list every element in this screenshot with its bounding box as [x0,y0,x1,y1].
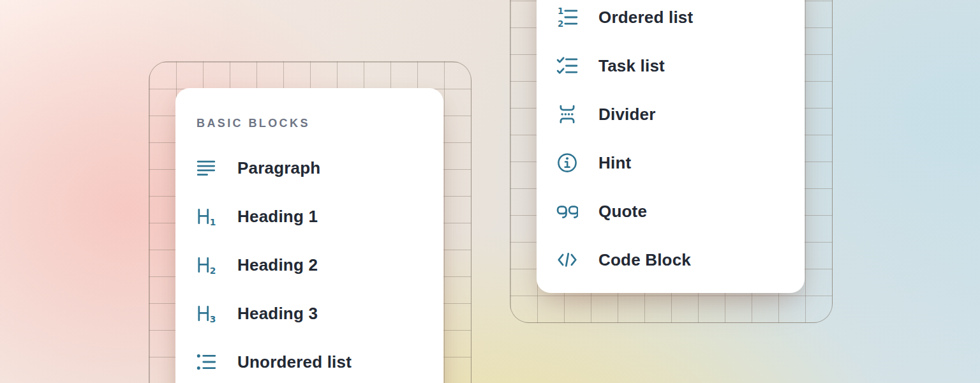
basic-blocks-list: Paragraph 1Heading 1 2Heading 2 3Heading… [175,144,443,383]
basic-blocks-header: BASIC BLOCKS [197,116,310,131]
menu-item-ordered-list[interactable]: 1 2 Ordered list [537,0,805,41]
advanced-blocks-list: 1 2 Ordered list Task list Divider Hint … [537,0,805,284]
svg-text:2: 2 [210,266,216,276]
menu-item-label: Divider [598,105,656,124]
menu-item-label: Ordered list [598,8,693,27]
menu-item-label: Paragraph [237,158,320,178]
menu-item-quote[interactable]: Quote [537,187,805,236]
menu-item-label: Heading 3 [237,304,318,324]
menu-item-label: Heading 2 [237,255,318,275]
svg-text:3: 3 [210,314,216,324]
menu-item-heading-2[interactable]: 2Heading 2 [175,241,443,289]
svg-text:1: 1 [558,6,563,16]
menu-item-hint[interactable]: Hint [537,139,805,187]
menu-item-task-list[interactable]: Task list [537,41,805,90]
menu-item-label: Quote [598,202,647,222]
heading-2-icon: 2 [195,254,217,276]
basic-blocks-card: BASIC BLOCKS Paragraph 1Heading 1 2Headi… [175,88,443,383]
heading-1-icon: 1 [195,206,217,227]
menu-item-label: Heading 1 [237,207,318,227]
page-background: BASIC BLOCKS Paragraph 1Heading 1 2Headi… [0,0,980,383]
heading-3-icon: 3 [195,303,217,324]
task-list-icon [556,55,578,77]
advanced-blocks-card: 1 2 Ordered list Task list Divider Hint … [537,0,805,293]
menu-item-label: Hint [598,153,631,173]
menu-item-label: Unordered list [237,352,352,372]
divider-icon [556,103,578,125]
hint-icon [556,152,578,174]
quote-icon [556,200,578,222]
menu-item-paragraph[interactable]: Paragraph [175,144,443,192]
svg-text:2: 2 [558,19,563,28]
menu-item-label: Task list [598,56,665,76]
menu-item-label: Code Block [598,250,691,270]
unordered-list-icon [195,351,217,373]
menu-item-divider[interactable]: Divider [537,90,805,139]
menu-item-unordered-list[interactable]: Unordered list [175,338,443,383]
svg-text:1: 1 [210,217,216,227]
menu-item-code-block[interactable]: Code Block [537,236,805,284]
ordered-list-icon: 1 2 [556,6,578,28]
menu-item-heading-1[interactable]: 1Heading 1 [175,192,443,241]
menu-item-heading-3[interactable]: 3Heading 3 [175,289,443,338]
code-block-icon [556,249,578,271]
paragraph-icon [195,157,217,179]
